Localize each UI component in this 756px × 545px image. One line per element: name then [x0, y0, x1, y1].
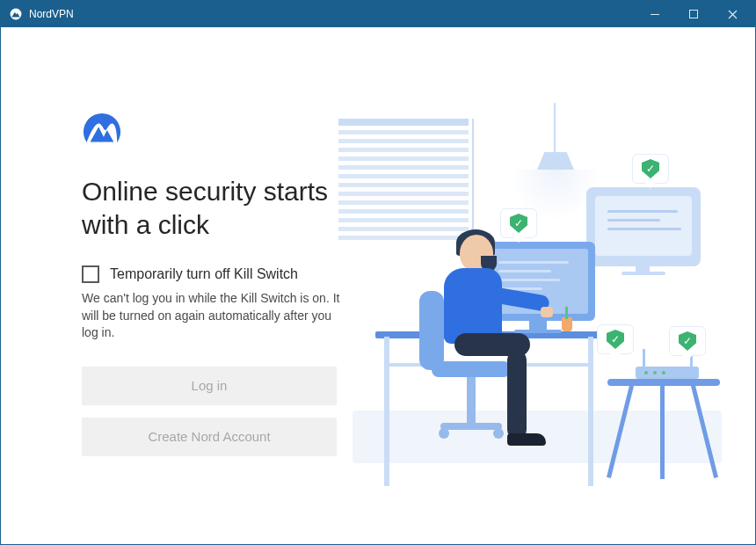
window-title: NordVPN — [29, 8, 74, 20]
cup-icon — [562, 317, 572, 331]
create-account-button[interactable]: Create Nord Account — [82, 418, 337, 456]
illustration: ✓ ✓ ✓ ✓ — [358, 103, 736, 490]
window-blinds-icon — [338, 119, 469, 245]
title-bar[interactable]: NordVPN — [1, 1, 755, 27]
shield-check-icon: ✓ — [500, 208, 537, 238]
shield-check-icon: ✓ — [597, 324, 634, 354]
login-button-label: Log in — [192, 378, 228, 393]
chair-icon — [419, 291, 444, 370]
nordvpn-logo-icon — [82, 112, 122, 152]
app-window: NordVPN Online security starts with a cl… — [0, 0, 756, 545]
shield-check-icon: ✓ — [632, 154, 669, 184]
create-account-button-label: Create Nord Account — [148, 429, 270, 444]
illustration-panel: ✓ ✓ ✓ ✓ — [361, 27, 755, 544]
killswitch-checkbox[interactable] — [82, 265, 99, 283]
window-body: Online security starts with a click Temp… — [1, 27, 755, 544]
close-button[interactable] — [713, 1, 752, 27]
killswitch-help-text: We can't log you in while the Kill Switc… — [82, 290, 344, 342]
killswitch-checkbox-row: Temporarily turn off Kill Switch — [82, 265, 344, 283]
svg-rect-2 — [689, 10, 697, 18]
page-heading: Online security starts with a click — [82, 175, 344, 241]
left-panel: Online security starts with a click Temp… — [1, 27, 361, 544]
lamp-icon — [537, 152, 574, 170]
login-button[interactable]: Log in — [82, 367, 337, 405]
shield-check-icon: ✓ — [669, 326, 706, 356]
maximize-button[interactable] — [674, 1, 713, 27]
svg-rect-1 — [651, 14, 659, 15]
killswitch-checkbox-label: Temporarily turn off Kill Switch — [110, 266, 298, 282]
nordvpn-mountain-icon — [10, 8, 22, 20]
minimize-button[interactable] — [636, 1, 674, 27]
